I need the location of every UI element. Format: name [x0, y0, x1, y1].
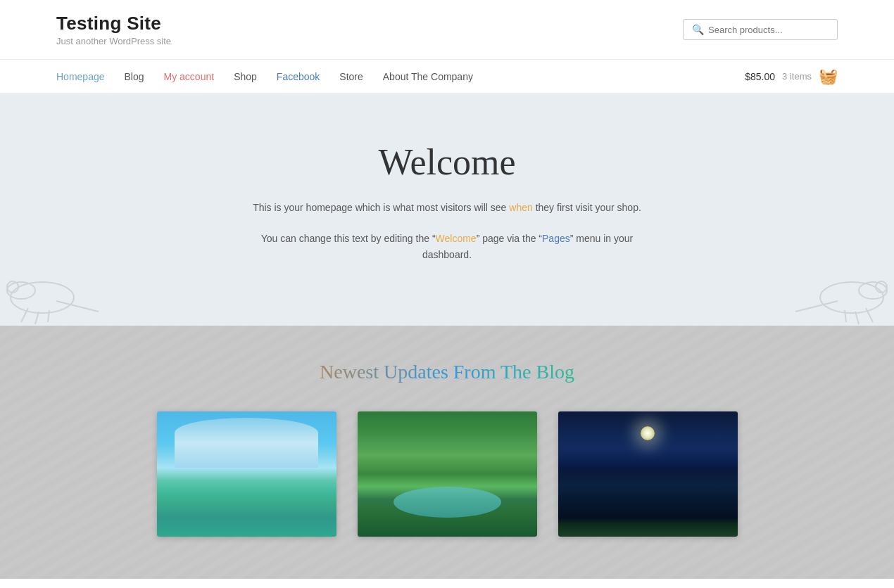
- svg-line-4: [21, 308, 28, 322]
- search-bar[interactable]: 🔍: [683, 19, 838, 40]
- nav-item-blog[interactable]: Blog: [125, 70, 144, 83]
- blog-card-3[interactable]: [558, 411, 738, 537]
- nav-item-homepage[interactable]: Homepage: [56, 70, 105, 83]
- cart-area: $85.00 3 items 🧺: [745, 68, 838, 86]
- blog-cards-container: [56, 411, 838, 537]
- svg-line-3: [56, 301, 99, 312]
- nav-link-store[interactable]: Store: [339, 71, 363, 82]
- cart-price: $85.00: [745, 71, 775, 82]
- hero-section: Welcome This is your homepage which is w…: [0, 94, 894, 326]
- nav-item-about[interactable]: About The Company: [383, 70, 473, 83]
- site-branding: Testing Site Just another WordPress site: [56, 13, 171, 46]
- blog-card-2[interactable]: [358, 411, 537, 537]
- nav-link-facebook[interactable]: Facebook: [277, 71, 320, 82]
- animal-left-icon: [0, 241, 113, 326]
- svg-point-0: [11, 282, 74, 313]
- animal-right-icon: [781, 241, 894, 326]
- nav-link-about[interactable]: About The Company: [383, 71, 473, 82]
- hero-description-2: You can change this text by editing the …: [236, 231, 658, 264]
- hero-highlight-welcome: Welcome: [436, 233, 477, 244]
- hero-highlight-when: when: [509, 202, 532, 213]
- nav-item-shop[interactable]: Shop: [234, 70, 257, 83]
- nav-link-myaccount[interactable]: My account: [164, 71, 215, 82]
- nav-links: Homepage Blog My account Shop Facebook S…: [56, 70, 473, 83]
- nav-item-myaccount[interactable]: My account: [164, 70, 215, 83]
- nav-link-homepage[interactable]: Homepage: [56, 71, 105, 82]
- svg-point-8: [859, 282, 887, 299]
- nav-item-store[interactable]: Store: [339, 70, 363, 83]
- blog-card-1[interactable]: [157, 411, 336, 537]
- blog-section-title: Newest Updates From The Blog: [56, 361, 838, 383]
- site-header: Testing Site Just another WordPress site…: [0, 0, 894, 60]
- svg-point-2: [7, 281, 18, 293]
- main-nav: Homepage Blog My account Shop Facebook S…: [0, 60, 894, 94]
- cart-items-count: 3 items: [782, 71, 812, 82]
- svg-point-7: [820, 282, 883, 313]
- site-title: Testing Site: [56, 13, 171, 34]
- svg-point-9: [876, 281, 887, 293]
- search-input[interactable]: [708, 25, 829, 35]
- nav-link-shop[interactable]: Shop: [234, 71, 257, 82]
- hero-highlight-pages: Pages: [542, 233, 570, 244]
- search-icon: 🔍: [692, 24, 704, 35]
- hero-welcome-title: Welcome: [378, 141, 515, 183]
- svg-line-10: [795, 301, 838, 312]
- site-tagline: Just another WordPress site: [56, 36, 171, 46]
- blog-section: Newest Updates From The Blog: [0, 326, 894, 579]
- nav-link-blog[interactable]: Blog: [125, 71, 144, 82]
- svg-point-1: [7, 282, 35, 299]
- nav-item-facebook[interactable]: Facebook: [277, 70, 320, 83]
- svg-line-12: [855, 312, 859, 324]
- hero-description-1: This is your homepage which is what most…: [253, 200, 641, 217]
- svg-line-6: [48, 310, 49, 322]
- svg-line-11: [866, 308, 873, 322]
- cart-button[interactable]: 🧺: [819, 68, 838, 86]
- svg-line-5: [35, 312, 39, 324]
- svg-line-13: [845, 310, 846, 322]
